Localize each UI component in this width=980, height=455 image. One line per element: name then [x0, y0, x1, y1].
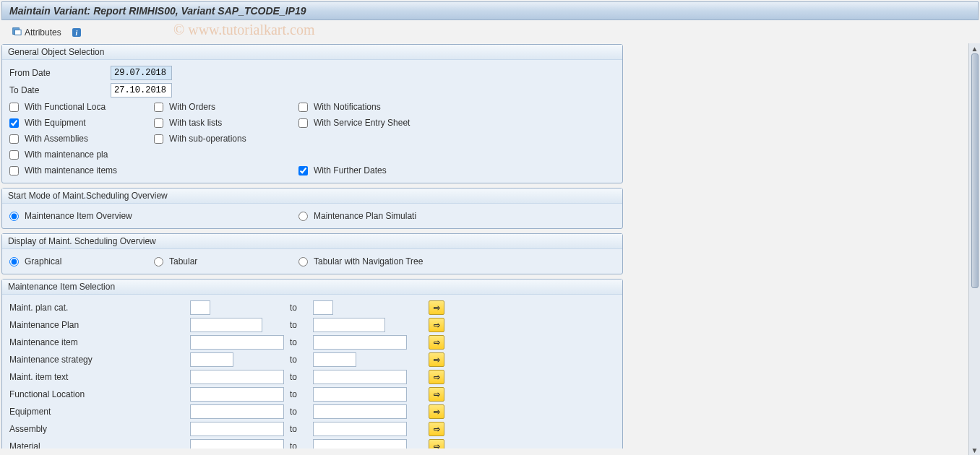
multiple-selection-button[interactable]: ⇨: [429, 387, 444, 402]
selection-row: Functional Locationto⇨: [9, 386, 615, 403]
cb-label: With Functional Loca: [25, 102, 106, 112]
selection-from-input[interactable]: [190, 335, 284, 350]
selection-to-input[interactable]: [313, 300, 333, 315]
radio-tabular-nav[interactable]: Tabular with Navigation Tree: [298, 256, 457, 266]
radio-item-overview[interactable]: Maintenance Item Overview: [9, 211, 298, 221]
title-bar: Maintain Variant: Report RIMHIS00, Varia…: [1, 1, 979, 20]
selection-from-input[interactable]: [190, 422, 284, 436]
group-start-mode: Start Mode of Maint.Scheduling Overview …: [1, 188, 623, 229]
selection-from-input[interactable]: [190, 300, 210, 315]
cb-notifications[interactable]: With Notifications: [298, 102, 457, 112]
selection-from-input[interactable]: [190, 404, 284, 419]
selection-to-input[interactable]: [313, 335, 407, 350]
group-header: Display of Maint. Scheduling Overview: [2, 234, 622, 249]
from-date-input[interactable]: [111, 66, 172, 80]
cb-functional-loca[interactable]: With Functional Loca: [9, 102, 154, 112]
cb-task-lists[interactable]: With task lists: [154, 118, 298, 128]
vertical-scrollbar[interactable]: ▲ ▼: [968, 43, 980, 455]
selection-row: Maintenance Planto⇨: [9, 316, 615, 334]
cb-label: With maintenance pla: [25, 150, 108, 160]
multiple-selection-button[interactable]: ⇨: [429, 422, 444, 436]
selection-from-input[interactable]: [190, 439, 284, 448]
radio-graphical[interactable]: Graphical: [9, 256, 154, 266]
selection-to-input[interactable]: [313, 439, 407, 448]
arrow-right-icon: ⇨: [434, 321, 440, 330]
cb-further-dates[interactable]: With Further Dates: [298, 165, 457, 176]
cb-orders[interactable]: With Orders: [154, 102, 298, 112]
selection-label: Maintenance Plan: [9, 320, 190, 330]
attributes-label: Attributes: [25, 27, 61, 38]
to-date-label: To Date: [9, 85, 111, 95]
selection-to-input[interactable]: [313, 387, 407, 402]
to-date-input[interactable]: [111, 83, 172, 98]
radio-label: Maintenance Plan Simulati: [314, 211, 416, 221]
svg-text:i: i: [75, 29, 77, 37]
selection-to-label: to: [284, 303, 313, 313]
group-maintenance-item-selection: Maintenance Item Selection Maint. plan c…: [1, 279, 623, 448]
cb-maintenance-items[interactable]: With maintenance items: [9, 165, 298, 176]
group-header: General Object Selection: [2, 45, 622, 60]
selection-row: Equipmentto⇨: [9, 403, 615, 420]
cb-maintenance-pla[interactable]: With maintenance pla: [9, 150, 154, 160]
selection-label: Material: [9, 441, 190, 448]
selection-label: Maint. plan cat.: [9, 303, 190, 313]
selection-to-input[interactable]: [313, 352, 356, 367]
selection-to-input[interactable]: [313, 370, 407, 384]
selection-to-input[interactable]: [313, 318, 385, 332]
info-icon[interactable]: i: [72, 27, 82, 38]
selection-label: Assembly: [9, 424, 190, 434]
toolbar: Attributes i: [1, 22, 979, 43]
selection-to-label: to: [284, 407, 313, 417]
radio-label: Graphical: [25, 256, 61, 266]
attributes-button[interactable]: Attributes: [7, 25, 66, 40]
arrow-right-icon: ⇨: [434, 425, 440, 434]
cb-assemblies[interactable]: With Assemblies: [9, 134, 154, 144]
attributes-icon: [12, 26, 22, 38]
selection-from-input[interactable]: [190, 318, 262, 332]
arrow-right-icon: ⇨: [434, 338, 440, 347]
arrow-right-icon: ⇨: [434, 390, 440, 399]
cb-label: With task lists: [169, 118, 222, 128]
scroll-thumb[interactable]: [971, 53, 979, 288]
group-header: Maintenance Item Selection: [2, 280, 622, 295]
selection-row: Assemblyto⇨: [9, 420, 615, 438]
multiple-selection-button[interactable]: ⇨: [429, 439, 444, 448]
cb-equipment[interactable]: With Equipment: [9, 118, 154, 128]
scroll-up-icon[interactable]: ▲: [970, 43, 980, 53]
multiple-selection-button[interactable]: ⇨: [429, 404, 444, 419]
cb-label: With Notifications: [314, 102, 381, 112]
selection-row: Maintenance itemto⇨: [9, 334, 615, 351]
selection-row: Maint. item textto⇨: [9, 368, 615, 386]
multiple-selection-button[interactable]: ⇨: [429, 370, 444, 384]
selection-label: Equipment: [9, 407, 190, 417]
radio-label: Tabular: [169, 256, 197, 266]
selection-to-input[interactable]: [313, 422, 407, 436]
selection-to-input[interactable]: [313, 404, 407, 419]
cb-label: With Assemblies: [25, 134, 88, 144]
page-title: Maintain Variant: Report RIMHIS00, Varia…: [9, 5, 306, 17]
arrow-right-icon: ⇨: [434, 442, 440, 449]
multiple-selection-button[interactable]: ⇨: [429, 335, 444, 350]
scroll-down-icon[interactable]: ▼: [970, 445, 980, 455]
selection-row: Maint. plan cat.to⇨: [9, 299, 615, 316]
selection-to-label: to: [284, 355, 313, 365]
multiple-selection-button[interactable]: ⇨: [429, 300, 444, 315]
radio-plan-simulati[interactable]: Maintenance Plan Simulati: [298, 211, 457, 221]
multiple-selection-button[interactable]: ⇨: [429, 352, 444, 367]
selection-from-input[interactable]: [190, 352, 233, 367]
cb-label: With maintenance items: [25, 165, 117, 176]
multiple-selection-button[interactable]: ⇨: [429, 318, 444, 332]
selection-to-label: to: [284, 424, 313, 434]
cb-sub-operations[interactable]: With sub-operations: [154, 134, 298, 144]
radio-label: Tabular with Navigation Tree: [314, 256, 423, 266]
scroll-track[interactable]: [969, 53, 980, 445]
cb-service-entry[interactable]: With Service Entry Sheet: [298, 118, 457, 128]
from-date-label: From Date: [9, 68, 111, 78]
selection-label: Functional Location: [9, 389, 190, 399]
content-area: General Object Selection From Date To Da…: [1, 44, 974, 448]
radio-tabular[interactable]: Tabular: [154, 256, 298, 266]
selection-from-input[interactable]: [190, 387, 284, 402]
selection-row: Maintenance strategyto⇨: [9, 351, 615, 368]
cb-label: With Service Entry Sheet: [314, 118, 410, 128]
selection-from-input[interactable]: [190, 370, 284, 384]
